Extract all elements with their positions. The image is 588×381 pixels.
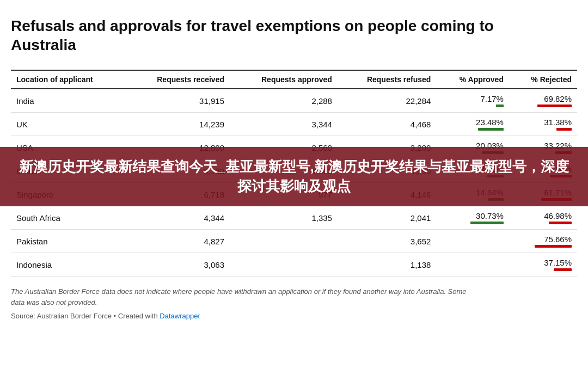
cell-pct-approved xyxy=(436,230,509,253)
table-row: South Africa4,3441,3352,041 30.73% 46.98… xyxy=(11,206,577,230)
cell-approved xyxy=(230,230,338,253)
cell-location: UK xyxy=(11,113,126,136)
table-row: India31,9152,28822,284 7.17% 69.82% xyxy=(11,89,577,113)
cell-received: 31,915 xyxy=(126,89,230,113)
cell-approved: 3,344 xyxy=(230,113,338,136)
cell-received: 3,063 xyxy=(126,253,230,276)
cell-pct-approved xyxy=(436,253,509,276)
cell-location: India xyxy=(11,89,126,113)
cell-approved: 1,335 xyxy=(230,206,338,230)
col-location: Location of applicant xyxy=(11,70,126,89)
cell-pct-rejected: 31.38% xyxy=(509,113,577,136)
table-row: Pakistan4,8273,652 75.66% xyxy=(11,230,577,253)
table-header: Location of applicant Requests received … xyxy=(11,70,577,89)
footnote-text: The Australian Border Force data does no… xyxy=(11,286,474,308)
col-pct-approved: % Approved xyxy=(436,70,509,89)
cell-pct-rejected: 75.66% xyxy=(509,230,577,253)
cell-received: 14,239 xyxy=(126,113,230,136)
approved-bar xyxy=(470,222,504,224)
approved-bar xyxy=(478,128,504,131)
rejected-bar xyxy=(549,222,572,224)
table-row: UK14,2393,3444,468 23.48% 31.38% xyxy=(11,113,577,136)
datawrapper-link[interactable]: Datawrapper xyxy=(160,312,200,320)
rejected-bar xyxy=(535,245,572,248)
cell-refused: 2,041 xyxy=(338,206,436,230)
approved-bar xyxy=(496,105,504,107)
cell-pct-rejected: 37.15% xyxy=(509,253,577,276)
cell-location: Pakistan xyxy=(11,230,126,253)
cell-pct-rejected: 69.82% xyxy=(509,89,577,113)
overlay-banner: 新澳历史开奖最新结果查询今天_基亚最新型号,新澳历史开奖结果与基亚最新型号，深度… xyxy=(0,147,588,206)
cell-refused: 1,138 xyxy=(338,253,436,276)
rejected-bar xyxy=(554,268,572,271)
page-title: Refusals and approvals for travel exempt… xyxy=(11,16,501,54)
cell-refused: 22,284 xyxy=(338,89,436,113)
cell-location: Indonesia xyxy=(11,253,126,276)
cell-refused: 4,468 xyxy=(338,113,436,136)
cell-pct-approved: 7.17% xyxy=(436,89,509,113)
cell-approved: 2,288 xyxy=(230,89,338,113)
col-refused: Requests refused xyxy=(338,70,436,89)
cell-refused: 3,652 xyxy=(338,230,436,253)
col-pct-rejected: % Rejected xyxy=(509,70,577,89)
cell-received: 4,827 xyxy=(126,230,230,253)
rejected-bar xyxy=(537,105,572,107)
col-approved: Requests approved xyxy=(230,70,338,89)
rejected-bar xyxy=(556,128,572,131)
cell-pct-approved: 23.48% xyxy=(436,113,509,136)
table-row: Indonesia3,0631,138 37.15% xyxy=(11,253,577,276)
col-received: Requests received xyxy=(126,70,230,89)
cell-pct-rejected: 46.98% xyxy=(509,206,577,230)
cell-pct-approved: 30.73% xyxy=(436,206,509,230)
cell-location: South Africa xyxy=(11,206,126,230)
cell-received: 4,344 xyxy=(126,206,230,230)
cell-approved xyxy=(230,253,338,276)
source-text: Source: Australian Border Force • Create… xyxy=(11,312,577,320)
